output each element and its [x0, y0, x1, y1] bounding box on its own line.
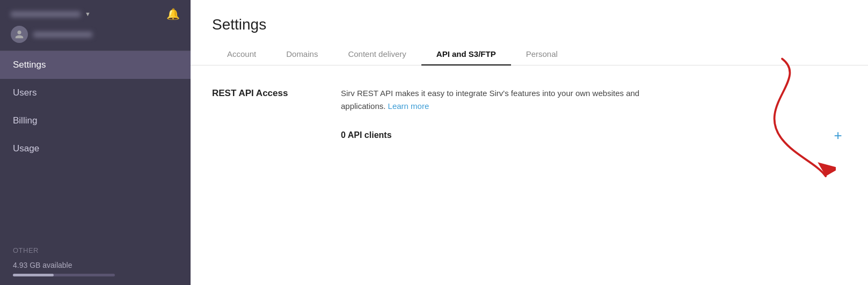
section-label: REST API Access: [212, 87, 309, 99]
learn-more-link[interactable]: Learn more: [388, 101, 429, 111]
api-clients-count: 0 API clients: [341, 130, 392, 140]
section-description: Sirv REST API makes it easy to integrate…: [341, 87, 674, 113]
section-details: Sirv REST API makes it easy to integrate…: [341, 87, 847, 149]
tab-api-s3-ftp[interactable]: API and S3/FTP: [421, 43, 511, 65]
sidebar-nav: Settings Users Billing Usage OTHER 4.93 …: [0, 51, 191, 285]
tab-account[interactable]: Account: [212, 43, 271, 65]
content-area: REST API Access Sirv REST API makes it e…: [191, 65, 868, 285]
main-content: Settings Account Domains Content deliver…: [191, 0, 868, 285]
sidebar-item-users[interactable]: Users: [0, 79, 191, 107]
add-api-client-button[interactable]: +: [829, 127, 847, 144]
sidebar-item-usage[interactable]: Usage: [0, 135, 191, 163]
storage-bar-track: [13, 274, 115, 276]
sidebar: ▼ 🔔 Settings Users Billing Usage OTHER 4…: [0, 0, 191, 285]
sidebar-item-settings[interactable]: Settings: [0, 51, 191, 79]
sidebar-item-billing[interactable]: Billing: [0, 107, 191, 135]
rest-api-section: REST API Access Sirv REST API makes it e…: [212, 87, 847, 149]
tab-domains[interactable]: Domains: [271, 43, 333, 65]
page-title: Settings: [191, 0, 868, 33]
bell-icon[interactable]: 🔔: [166, 8, 180, 20]
storage-bar-fill: [13, 274, 54, 276]
tab-content-delivery[interactable]: Content delivery: [333, 43, 421, 65]
other-section-label: OTHER: [0, 236, 191, 258]
avatar: [11, 26, 28, 43]
account-name-blurred: [33, 32, 92, 38]
svg-marker-0: [815, 162, 836, 179]
tabs-row: Account Domains Content delivery API and…: [191, 43, 868, 65]
api-clients-row: 0 API clients +: [341, 127, 847, 149]
storage-info: 4.93 GB available: [0, 258, 191, 285]
tab-personal[interactable]: Personal: [511, 43, 573, 65]
